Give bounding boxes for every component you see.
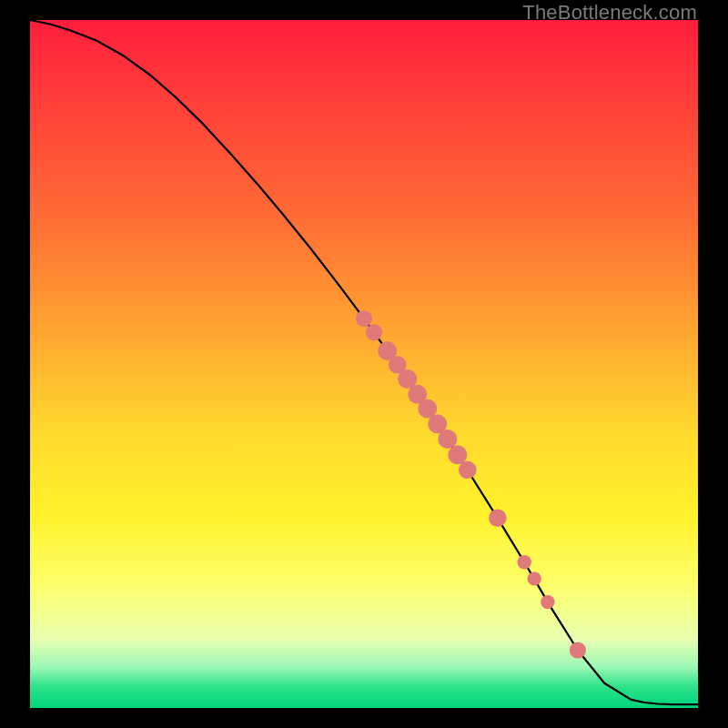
marker-layer xyxy=(356,310,586,659)
data-marker xyxy=(438,430,457,449)
curve-line xyxy=(30,20,698,704)
data-marker xyxy=(541,595,554,609)
data-marker xyxy=(356,310,372,327)
data-marker xyxy=(459,461,477,480)
chart-svg xyxy=(30,20,698,708)
data-marker xyxy=(570,642,586,658)
plot-area xyxy=(30,20,698,708)
data-marker xyxy=(528,571,541,585)
data-marker xyxy=(366,324,382,340)
data-marker xyxy=(448,445,467,464)
chart-stage: TheBottleneck.com xyxy=(0,0,728,728)
data-marker xyxy=(489,510,507,528)
data-marker xyxy=(518,555,531,569)
